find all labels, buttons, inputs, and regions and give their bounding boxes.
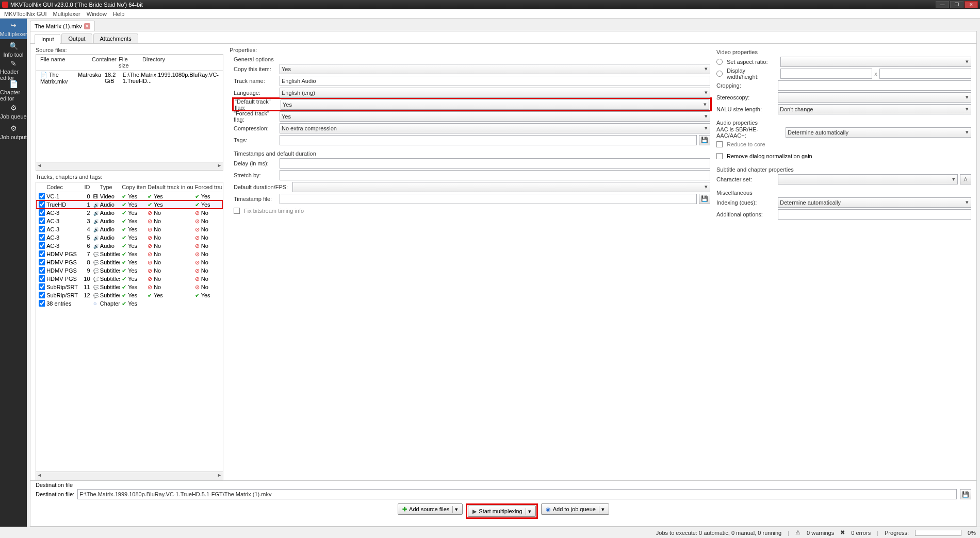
track-checkbox[interactable]	[39, 259, 45, 265]
track-row[interactable]: 38 entriesChaptersYes	[36, 299, 223, 308]
track-checkbox[interactable]	[39, 217, 45, 224]
compression-select[interactable]: No extra compression	[280, 123, 710, 133]
track-row[interactable]: SubRip/SRT11SubtitlesYesNoNo	[36, 283, 223, 291]
compression-label: Compression:	[234, 125, 277, 131]
indexing-select[interactable]: Determine automatically	[778, 197, 971, 208]
chevron-down-icon[interactable]: ▾	[452, 506, 458, 513]
start-multiplexing-button[interactable]: ▶Start multiplexing▾	[468, 506, 535, 517]
add-source-button[interactable]: ✚Add source files▾	[398, 503, 463, 515]
col-container[interactable]: Container	[90, 56, 117, 69]
destination-browse-button[interactable]: 💾	[960, 489, 971, 499]
destination-title: Destination file	[36, 482, 971, 488]
col-type[interactable]: Type	[99, 184, 120, 190]
copy-item-select[interactable]: Yes	[280, 64, 710, 74]
track-checkbox[interactable]	[39, 275, 45, 282]
col-default[interactable]: Default track in output	[146, 184, 193, 190]
tab-attachments[interactable]: Attachments	[93, 33, 138, 43]
menubar: MKVToolNix GUI Multiplexer Window Help	[0, 9, 980, 19]
track-checkbox[interactable]	[39, 226, 45, 232]
menu-help[interactable]: Help	[113, 11, 125, 17]
track-row[interactable]: SubRip/SRT12SubtitlesYesYesYes	[36, 291, 223, 299]
source-files-list[interactable]: File name Container File size Directory …	[36, 54, 223, 162]
track-checkbox[interactable]	[39, 209, 45, 216]
add-job-queue-button[interactable]: ◉Add to job queue▾	[541, 503, 609, 515]
minimize-button[interactable]: —	[936, 1, 949, 8]
source-row[interactable]: 📄 The Matrix.mkv Matroska 18.2 GiB E:\Th…	[36, 71, 223, 86]
cropping-input	[778, 80, 971, 91]
tab-input[interactable]: Input	[35, 34, 60, 44]
tags-label: Tags:	[234, 137, 277, 143]
track-row[interactable]: TrueHD1AudioYesYesYes	[36, 200, 223, 209]
sidebar-item-info-tool[interactable]: 🔍Info tool	[0, 39, 27, 60]
track-row[interactable]: AC-33AudioYesNoNo	[36, 217, 223, 225]
track-row[interactable]: AC-36AudioYesNoNo	[36, 242, 223, 250]
file-tab[interactable]: The Matrix (1).mkv ✕	[30, 21, 95, 31]
forced-flag-label: "Forced track" flag:	[234, 110, 277, 123]
tsfile-label: Timestamp file:	[234, 196, 277, 202]
track-checkbox[interactable]	[39, 242, 45, 249]
tracks-scrollbar[interactable]	[36, 472, 223, 480]
delay-input[interactable]	[280, 158, 710, 169]
sidebar-item-chapter-editor[interactable]: 📄Chapter editor	[0, 80, 27, 101]
sidebar-item-header-editor[interactable]: ✎Header editor	[0, 60, 27, 80]
col-filesize[interactable]: File size	[117, 56, 140, 69]
tags-browse-button[interactable]: 💾	[699, 135, 710, 145]
track-name-input[interactable]	[280, 76, 710, 86]
track-checkbox[interactable]	[39, 300, 45, 307]
default-flag-select[interactable]: Yes	[281, 99, 709, 110]
track-row[interactable]: AC-34AudioYesNoNo	[36, 225, 223, 233]
track-checkbox[interactable]	[39, 234, 45, 241]
film-icon	[92, 193, 99, 199]
remove-norm-checkbox[interactable]	[716, 153, 723, 159]
maximize-button[interactable]: ❐	[950, 1, 963, 8]
col-filename[interactable]: File name	[38, 56, 90, 69]
destination-input[interactable]	[77, 489, 957, 499]
chevron-down-icon[interactable]: ▾	[599, 506, 605, 513]
menu-multiplexer[interactable]: Multiplexer	[53, 11, 80, 17]
menu-mkvtoolnix[interactable]: MKVToolNix GUI	[4, 11, 47, 17]
aspect-radio	[716, 59, 723, 65]
source-files-label: Source files:	[36, 47, 223, 53]
stretch-input[interactable]	[280, 170, 710, 180]
col-codec[interactable]: Codec	[45, 184, 82, 190]
language-select[interactable]: English (eng)	[280, 88, 710, 98]
track-name-label: Track name:	[234, 78, 277, 84]
col-directory[interactable]: Directory	[140, 56, 221, 69]
track-row[interactable]: HDMV PGS7SubtitlesYesNoNo	[36, 250, 223, 258]
track-checkbox[interactable]	[39, 193, 45, 199]
track-checkbox[interactable]	[39, 267, 45, 274]
tsfile-input[interactable]	[280, 194, 697, 204]
track-checkbox[interactable]	[39, 201, 45, 208]
col-id[interactable]: ID	[82, 184, 92, 190]
col-forced[interactable]: Forced trac	[193, 184, 222, 190]
fix-bitstream-label: Fix bitstream timing info	[244, 208, 304, 214]
reduce-core-checkbox	[716, 141, 723, 147]
track-row[interactable]: AC-35AudioYesNoNo	[36, 233, 223, 242]
track-checkbox[interactable]	[39, 283, 45, 290]
fps-label: Default duration/FPS:	[234, 184, 290, 190]
sidebar-item-multiplexer[interactable]: ↪Multiplexer	[0, 19, 27, 39]
close-button[interactable]: ✕	[965, 1, 978, 8]
menu-window[interactable]: Window	[87, 11, 107, 17]
track-checkbox[interactable]	[39, 250, 45, 257]
col-copy[interactable]: Copy item	[120, 184, 146, 190]
source-scrollbar[interactable]	[36, 162, 223, 171]
close-icon[interactable]: ✕	[84, 23, 90, 29]
chevron-down-icon[interactable]: ▾	[526, 508, 531, 515]
sub-icon	[92, 292, 99, 298]
forced-flag-select[interactable]: Yes	[280, 111, 710, 122]
sidebar-item-job-output[interactable]: ⚙Job output	[0, 122, 27, 142]
track-row[interactable]: AC-32AudioYesNoNo	[36, 209, 223, 217]
track-row[interactable]: VC-10VideoYesYesYes	[36, 192, 223, 200]
track-checkbox[interactable]	[39, 292, 45, 298]
addl-options-input[interactable]	[778, 209, 971, 220]
track-row[interactable]: HDMV PGS8SubtitlesYesNoNo	[36, 258, 223, 266]
track-row[interactable]: HDMV PGS10SubtitlesYesNoNo	[36, 275, 223, 283]
tracks-list[interactable]: Codec ID Type Copy item Default track in…	[36, 182, 223, 472]
track-row[interactable]: HDMV PGS9SubtitlesYesNoNo	[36, 266, 223, 275]
tags-input[interactable]	[280, 135, 697, 145]
sidebar-item-job-queue[interactable]: ⚙Job queue	[0, 101, 27, 122]
tab-output[interactable]: Output	[61, 33, 92, 43]
audio-icon	[92, 210, 99, 216]
tsfile-browse-button[interactable]: 💾	[699, 194, 710, 204]
